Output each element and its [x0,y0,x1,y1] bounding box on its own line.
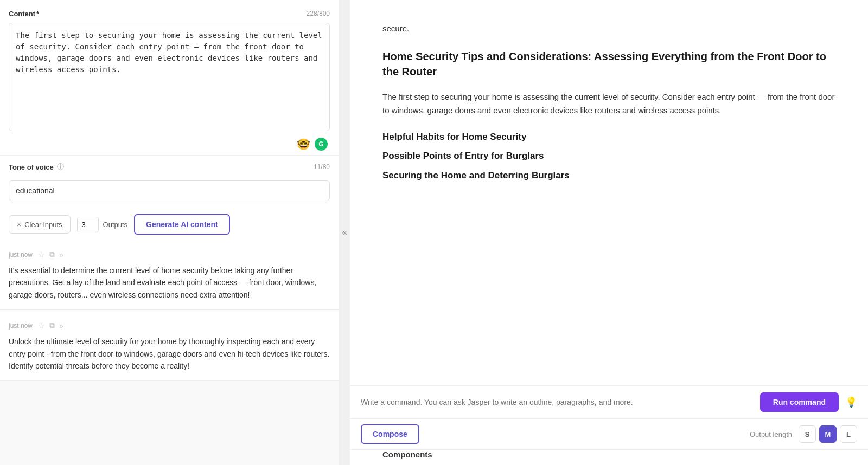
content-section: Content* 228/800 The first step to secur… [0,0,339,156]
length-s-button[interactable]: S [799,425,816,443]
compose-button[interactable]: Compose [361,424,419,444]
grammarly-icon[interactable]: G [315,138,328,151]
result-item: just now ☆ ⧉ » It's essential to determi… [0,241,339,310]
collapse-panel-button[interactable]: « [339,0,350,465]
result-actions-1: ☆ ⧉ » [38,250,63,259]
results-section: just now ☆ ⧉ » It's essential to determi… [0,241,339,465]
content-label: Content* [9,9,39,18]
tone-section: Tone of voice ⓘ 11/80 educational [0,156,339,208]
editor-subheading-1: Helpful Habits for Home Security [382,131,835,144]
tone-input[interactable]: educational [9,180,330,201]
tone-label-group: Tone of voice ⓘ [9,162,64,172]
star-icon-1[interactable]: ☆ [38,250,45,259]
result-meta-2: just now ☆ ⧉ » [9,321,330,330]
output-length-control: Output length S M L [750,425,857,443]
lightbulb-icon[interactable]: 💡 [845,396,857,408]
command-bar: Run command 💡 [350,385,868,418]
command-input[interactable] [361,398,754,406]
textarea-footer: 🤓 G [9,133,330,155]
editor-body-paragraph: The first step to securing your home is … [382,90,835,118]
result-text-2: Unlock the ultimate level of security fo… [9,335,330,372]
length-m-button[interactable]: M [819,425,837,443]
collapse-icon: « [342,228,347,237]
content-label-text: Content [9,10,35,18]
copy-icon-1[interactable]: ⧉ [49,250,55,259]
forward-icon-1[interactable]: » [59,250,63,259]
clear-inputs-button[interactable]: × Clear inputs [9,215,71,234]
bottom-bar: Compose Output length S M L [350,418,868,449]
result-time-1: just now [9,251,33,259]
outputs-input[interactable] [77,217,99,232]
required-marker: * [36,10,39,18]
star-icon-2[interactable]: ☆ [38,321,45,330]
outputs-label: Outputs [103,221,128,229]
tone-header: Tone of voice ⓘ 11/80 [9,162,330,172]
editor-content: secure. Home Security Tips and Considera… [350,0,868,385]
components-section: Components [350,449,868,465]
content-char-count: 228/800 [307,10,330,17]
content-textarea[interactable]: The first step to securing your home is … [9,23,330,131]
tone-info-icon: ⓘ [57,162,64,172]
editor-subheading-2: Possible Points of Entry for Burglars [382,150,835,163]
result-actions-2: ☆ ⧉ » [38,321,63,330]
generate-ai-content-button[interactable]: Generate AI content [134,214,230,235]
tone-label-text: Tone of voice [9,163,54,171]
editor-main-heading: Home Security Tips and Considerations: A… [382,49,835,79]
result-meta-1: just now ☆ ⧉ » [9,250,330,259]
left-panel: Content* 228/800 The first step to secur… [0,0,339,465]
run-command-button[interactable]: Run command [760,392,839,412]
copy-icon-2[interactable]: ⧉ [49,321,55,330]
editor-intro-paragraph: secure. [382,22,835,36]
right-panel: secure. Home Security Tips and Considera… [350,0,868,465]
action-bar: × Clear inputs Outputs Generate AI conte… [0,208,339,241]
clear-label: Clear inputs [24,221,62,229]
result-text-1: It's essential to determine the current … [9,264,330,301]
editor-subheading-3: Securing the Home and Deterring Burglars [382,169,835,182]
tone-char-count: 11/80 [314,163,330,171]
content-header: Content* 228/800 [9,9,330,18]
result-item-2: just now ☆ ⧉ » Unlock the ultimate level… [0,312,339,381]
emoji-icon[interactable]: 🤓 [297,138,310,151]
length-options: S M L [799,425,857,443]
output-length-label: Output length [750,430,792,438]
outputs-control: Outputs [77,217,128,232]
result-time-2: just now [9,322,33,330]
length-l-button[interactable]: L [840,425,857,443]
components-label: Components [382,450,432,459]
clear-x-icon: × [17,220,21,229]
forward-icon-2[interactable]: » [59,321,63,330]
